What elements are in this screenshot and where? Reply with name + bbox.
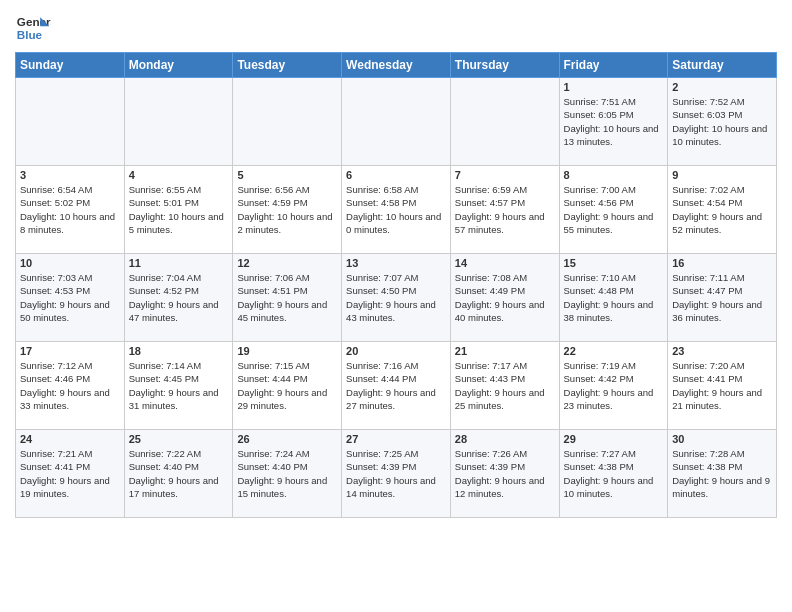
day-number: 11 — [129, 257, 229, 269]
weekday-header-tuesday: Tuesday — [233, 53, 342, 78]
calendar-week-row: 1Sunrise: 7:51 AMSunset: 6:05 PMDaylight… — [16, 78, 777, 166]
day-number: 8 — [564, 169, 664, 181]
calendar-cell: 25Sunrise: 7:22 AMSunset: 4:40 PMDayligh… — [124, 430, 233, 518]
calendar-cell: 6Sunrise: 6:58 AMSunset: 4:58 PMDaylight… — [342, 166, 451, 254]
day-info: Sunrise: 7:25 AMSunset: 4:39 PMDaylight:… — [346, 447, 446, 500]
day-number: 22 — [564, 345, 664, 357]
calendar-week-row: 24Sunrise: 7:21 AMSunset: 4:41 PMDayligh… — [16, 430, 777, 518]
day-info: Sunrise: 7:21 AMSunset: 4:41 PMDaylight:… — [20, 447, 120, 500]
day-number: 26 — [237, 433, 337, 445]
day-number: 1 — [564, 81, 664, 93]
day-info: Sunrise: 6:58 AMSunset: 4:58 PMDaylight:… — [346, 183, 446, 236]
day-number: 23 — [672, 345, 772, 357]
day-number: 18 — [129, 345, 229, 357]
calendar-cell: 11Sunrise: 7:04 AMSunset: 4:52 PMDayligh… — [124, 254, 233, 342]
calendar-cell — [16, 78, 125, 166]
day-info: Sunrise: 6:54 AMSunset: 5:02 PMDaylight:… — [20, 183, 120, 236]
day-number: 28 — [455, 433, 555, 445]
day-number: 10 — [20, 257, 120, 269]
day-number: 21 — [455, 345, 555, 357]
day-number: 30 — [672, 433, 772, 445]
calendar-cell: 13Sunrise: 7:07 AMSunset: 4:50 PMDayligh… — [342, 254, 451, 342]
calendar-cell: 1Sunrise: 7:51 AMSunset: 6:05 PMDaylight… — [559, 78, 668, 166]
day-info: Sunrise: 6:56 AMSunset: 4:59 PMDaylight:… — [237, 183, 337, 236]
day-number: 19 — [237, 345, 337, 357]
calendar-cell: 8Sunrise: 7:00 AMSunset: 4:56 PMDaylight… — [559, 166, 668, 254]
weekday-header-sunday: Sunday — [16, 53, 125, 78]
logo-icon: General Blue — [15, 10, 51, 46]
calendar-cell: 10Sunrise: 7:03 AMSunset: 4:53 PMDayligh… — [16, 254, 125, 342]
day-info: Sunrise: 7:52 AMSunset: 6:03 PMDaylight:… — [672, 95, 772, 148]
day-info: Sunrise: 7:10 AMSunset: 4:48 PMDaylight:… — [564, 271, 664, 324]
calendar-cell — [233, 78, 342, 166]
calendar-cell: 24Sunrise: 7:21 AMSunset: 4:41 PMDayligh… — [16, 430, 125, 518]
day-info: Sunrise: 7:26 AMSunset: 4:39 PMDaylight:… — [455, 447, 555, 500]
day-number: 7 — [455, 169, 555, 181]
day-info: Sunrise: 7:03 AMSunset: 4:53 PMDaylight:… — [20, 271, 120, 324]
svg-text:General: General — [17, 15, 51, 28]
day-info: Sunrise: 7:19 AMSunset: 4:42 PMDaylight:… — [564, 359, 664, 412]
day-info: Sunrise: 6:59 AMSunset: 4:57 PMDaylight:… — [455, 183, 555, 236]
weekday-header-thursday: Thursday — [450, 53, 559, 78]
day-number: 5 — [237, 169, 337, 181]
calendar-cell: 4Sunrise: 6:55 AMSunset: 5:01 PMDaylight… — [124, 166, 233, 254]
day-info: Sunrise: 7:06 AMSunset: 4:51 PMDaylight:… — [237, 271, 337, 324]
day-info: Sunrise: 7:11 AMSunset: 4:47 PMDaylight:… — [672, 271, 772, 324]
calendar-cell: 23Sunrise: 7:20 AMSunset: 4:41 PMDayligh… — [668, 342, 777, 430]
day-info: Sunrise: 7:20 AMSunset: 4:41 PMDaylight:… — [672, 359, 772, 412]
day-info: Sunrise: 7:04 AMSunset: 4:52 PMDaylight:… — [129, 271, 229, 324]
calendar-cell: 3Sunrise: 6:54 AMSunset: 5:02 PMDaylight… — [16, 166, 125, 254]
calendar-week-row: 10Sunrise: 7:03 AMSunset: 4:53 PMDayligh… — [16, 254, 777, 342]
calendar-cell: 30Sunrise: 7:28 AMSunset: 4:38 PMDayligh… — [668, 430, 777, 518]
calendar-cell: 26Sunrise: 7:24 AMSunset: 4:40 PMDayligh… — [233, 430, 342, 518]
calendar-cell: 22Sunrise: 7:19 AMSunset: 4:42 PMDayligh… — [559, 342, 668, 430]
calendar-cell: 15Sunrise: 7:10 AMSunset: 4:48 PMDayligh… — [559, 254, 668, 342]
day-info: Sunrise: 7:16 AMSunset: 4:44 PMDaylight:… — [346, 359, 446, 412]
calendar-cell: 14Sunrise: 7:08 AMSunset: 4:49 PMDayligh… — [450, 254, 559, 342]
calendar-cell — [450, 78, 559, 166]
calendar-cell: 9Sunrise: 7:02 AMSunset: 4:54 PMDaylight… — [668, 166, 777, 254]
day-info: Sunrise: 7:00 AMSunset: 4:56 PMDaylight:… — [564, 183, 664, 236]
day-info: Sunrise: 7:15 AMSunset: 4:44 PMDaylight:… — [237, 359, 337, 412]
day-info: Sunrise: 7:07 AMSunset: 4:50 PMDaylight:… — [346, 271, 446, 324]
day-number: 17 — [20, 345, 120, 357]
calendar-cell: 17Sunrise: 7:12 AMSunset: 4:46 PMDayligh… — [16, 342, 125, 430]
svg-text:Blue: Blue — [17, 28, 43, 41]
day-info: Sunrise: 6:55 AMSunset: 5:01 PMDaylight:… — [129, 183, 229, 236]
calendar-cell: 18Sunrise: 7:14 AMSunset: 4:45 PMDayligh… — [124, 342, 233, 430]
day-info: Sunrise: 7:51 AMSunset: 6:05 PMDaylight:… — [564, 95, 664, 148]
calendar-cell: 7Sunrise: 6:59 AMSunset: 4:57 PMDaylight… — [450, 166, 559, 254]
calendar-week-row: 3Sunrise: 6:54 AMSunset: 5:02 PMDaylight… — [16, 166, 777, 254]
calendar-week-row: 17Sunrise: 7:12 AMSunset: 4:46 PMDayligh… — [16, 342, 777, 430]
calendar-cell — [124, 78, 233, 166]
weekday-header-wednesday: Wednesday — [342, 53, 451, 78]
calendar-cell: 2Sunrise: 7:52 AMSunset: 6:03 PMDaylight… — [668, 78, 777, 166]
day-number: 29 — [564, 433, 664, 445]
day-number: 6 — [346, 169, 446, 181]
day-number: 2 — [672, 81, 772, 93]
day-info: Sunrise: 7:24 AMSunset: 4:40 PMDaylight:… — [237, 447, 337, 500]
day-info: Sunrise: 7:27 AMSunset: 4:38 PMDaylight:… — [564, 447, 664, 500]
day-number: 27 — [346, 433, 446, 445]
calendar-cell: 20Sunrise: 7:16 AMSunset: 4:44 PMDayligh… — [342, 342, 451, 430]
calendar-cell — [342, 78, 451, 166]
day-number: 20 — [346, 345, 446, 357]
day-number: 14 — [455, 257, 555, 269]
day-number: 4 — [129, 169, 229, 181]
calendar-cell: 12Sunrise: 7:06 AMSunset: 4:51 PMDayligh… — [233, 254, 342, 342]
weekday-header-row: SundayMondayTuesdayWednesdayThursdayFrid… — [16, 53, 777, 78]
day-info: Sunrise: 7:12 AMSunset: 4:46 PMDaylight:… — [20, 359, 120, 412]
weekday-header-monday: Monday — [124, 53, 233, 78]
calendar-cell: 5Sunrise: 6:56 AMSunset: 4:59 PMDaylight… — [233, 166, 342, 254]
day-info: Sunrise: 7:08 AMSunset: 4:49 PMDaylight:… — [455, 271, 555, 324]
page-header: General Blue — [15, 10, 777, 46]
calendar-cell: 16Sunrise: 7:11 AMSunset: 4:47 PMDayligh… — [668, 254, 777, 342]
day-number: 15 — [564, 257, 664, 269]
calendar-cell: 28Sunrise: 7:26 AMSunset: 4:39 PMDayligh… — [450, 430, 559, 518]
calendar-table: SundayMondayTuesdayWednesdayThursdayFrid… — [15, 52, 777, 518]
day-number: 24 — [20, 433, 120, 445]
calendar-cell: 29Sunrise: 7:27 AMSunset: 4:38 PMDayligh… — [559, 430, 668, 518]
day-number: 25 — [129, 433, 229, 445]
day-info: Sunrise: 7:28 AMSunset: 4:38 PMDaylight:… — [672, 447, 772, 500]
calendar-cell: 27Sunrise: 7:25 AMSunset: 4:39 PMDayligh… — [342, 430, 451, 518]
